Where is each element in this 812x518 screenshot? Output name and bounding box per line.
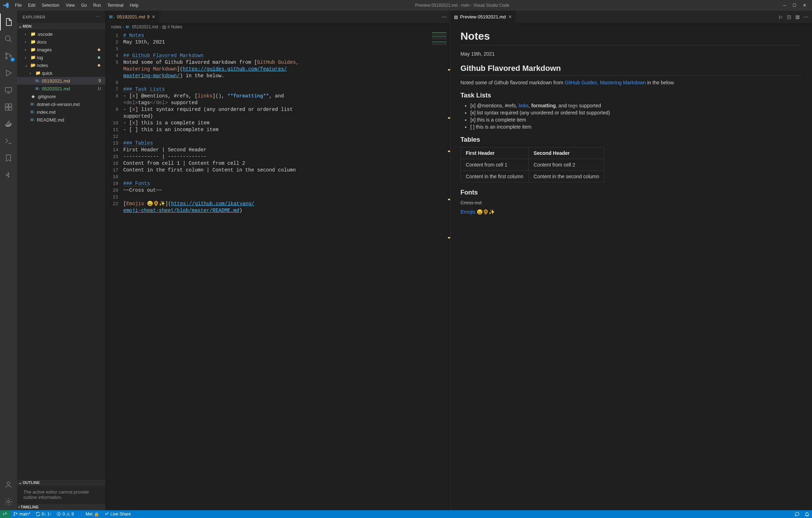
outline-title: OUTLINE [23,480,40,485]
file-icon: M↓ [30,117,36,122]
folder-log[interactable]: ›📁log [17,54,105,61]
terminal-panel-icon[interactable] [0,133,17,150]
svg-rect-6 [5,107,8,110]
menu-help[interactable]: Help [127,1,142,9]
problems-status[interactable]: ⓧ0 ⚠9 [54,510,76,518]
preview-h3-tasks: Task Lists [460,92,802,99]
bookmark-icon[interactable] [0,150,17,167]
markdown-preview[interactable]: Notes May 19th, 2021 Github Flavored Mar… [450,23,812,510]
folder-notes[interactable]: ⌄📂notes [17,61,105,69]
timeline-header[interactable]: › TIMELINE [17,503,105,510]
tab-bar-preview: ▤ Preview 05192021.md ✕ ▷ ◫ ▥ ⋯ [450,11,812,23]
svg-point-12 [14,515,15,516]
docker-icon[interactable] [0,116,17,133]
breadcrumb-segment[interactable]: # Notes [167,24,182,29]
more-actions-icon[interactable]: ⋯ [442,14,447,19]
folder-icon: 📁 [30,39,36,44]
tree-item-label: log [37,55,98,60]
folder-icon: 📁 [30,47,36,52]
source-control-icon[interactable]: 3 [0,47,17,64]
file-index-md[interactable]: M↓index.md [17,108,105,116]
git-branch[interactable]: main* [11,510,33,518]
git-status-dot [98,49,100,51]
chevron-right-icon: › [30,71,35,75]
user-status[interactable]: 👤Mei 🔒 [76,510,102,518]
code-content[interactable]: # NotesMay 19th, 2021 ## Github Flavored… [123,31,450,510]
file-05192021-md[interactable]: M↓05192021.md9 [17,77,105,85]
search-icon[interactable] [0,30,17,47]
share-icon[interactable] [0,167,17,184]
menu-run[interactable]: Run [90,1,104,9]
notifications-icon[interactable] [802,510,812,518]
folder-root-header[interactable]: ⌄ MDN [17,23,105,29]
tab-modified-badge: 9 [147,15,150,19]
run-debug-icon[interactable] [0,64,17,81]
svg-point-1 [6,53,7,55]
menu-go[interactable]: Go [78,1,90,9]
menu-selection[interactable]: Selection [39,1,62,9]
file-icon: ◆ [30,94,36,99]
outline-header[interactable]: ⌄ OUTLINE [17,479,105,486]
gfm-link[interactable]: GitHub Guides, Mastering Markdown [564,80,646,85]
breadcrumb[interactable]: notes › M↓ 05192021.md › ▤ # Notes [106,23,450,31]
chevron-right-icon: › [25,55,30,60]
preview-icon: ▤ [454,15,458,19]
breadcrumb-segment[interactable]: notes [111,24,121,29]
tab-preview[interactable]: ▤ Preview 05192021.md ✕ [450,11,516,23]
extensions-icon[interactable] [0,98,17,116]
explorer-icon[interactable] [0,13,17,30]
tab-close-icon[interactable]: ✕ [508,14,512,19]
chevron-right-icon: › [25,40,30,44]
menu-file[interactable]: File [12,1,24,9]
file-tree: ›📁.vscode›📁docs›📁images›📁log⌄📂notes›📁qui… [17,29,105,479]
code-editor[interactable]: 12345678910111213141516171819202122 # No… [106,31,450,510]
file--gitignore[interactable]: ◆.gitignore [17,92,105,100]
minimap[interactable] [431,31,450,510]
maximize-icon[interactable]: ☐ [793,3,796,8]
timeline-title: TIMELINE [21,505,39,509]
more-icon[interactable]: ⋯ [96,15,100,19]
svg-point-11 [14,512,15,513]
remote-indicator[interactable] [0,510,11,518]
feedback-icon[interactable] [792,510,802,518]
preview-date: May 19th, 2021 [460,51,802,57]
file-dotnet-cli-version-md[interactable]: M↓dotnet-cli-version.md [17,100,105,108]
sync-status[interactable]: 0↓ 1↑ [33,510,55,518]
menu-view[interactable]: View [63,1,78,9]
folder-images[interactable]: ›📁images [17,46,105,54]
file-icon: M↓ [30,102,36,107]
file-05202021-md[interactable]: M↓05202021.mdU [17,85,105,92]
preview-h3-fonts: Fonts [460,189,802,196]
tab-close-icon[interactable]: ✕ [152,14,155,19]
preview-link[interactable]: links [519,103,529,108]
split-icon[interactable]: ◫ [787,14,791,19]
file-README-md[interactable]: M↓README.md [17,116,105,124]
remote-explorer-icon[interactable] [0,81,17,98]
lock-icon: 🔒 [94,512,99,517]
breadcrumb-segment[interactable]: 05192021.md [132,24,158,29]
file-icon: M↓ [35,86,41,91]
menu-edit[interactable]: Edit [25,1,38,9]
close-icon[interactable]: ✕ [803,3,806,8]
emoji-link[interactable]: Emojis 😄🌻✨ [460,209,495,215]
run-icon[interactable]: ▷ [779,14,783,19]
layout-icon[interactable]: ▥ [795,14,800,19]
preview-h1: Notes [460,30,802,45]
chevron-right-icon: › [159,24,161,29]
folder-docs[interactable]: ›📁docs [17,38,105,46]
settings-gear-icon[interactable] [0,493,17,510]
tree-item-label: images [37,47,98,52]
folder-quick[interactable]: ›📁quick [17,69,105,77]
activity-bar: 3 [0,11,17,510]
accounts-icon[interactable] [0,476,17,493]
liveshare-status[interactable]: Live Share [102,510,133,518]
minimize-icon[interactable]: ─ [783,3,786,8]
tab-source-file[interactable]: M↓ 05192021.md 9 ✕ [106,11,159,23]
symbol-icon: ▤ [162,24,166,29]
folder-icon: 📂 [30,63,36,68]
more-actions-icon[interactable]: ⋯ [804,14,808,19]
folder--vscode[interactable]: ›📁.vscode [17,30,105,38]
file-icon: M↓ [35,78,41,83]
menu-terminal[interactable]: Terminal [104,1,126,9]
table-row: Content in the first columnContent in th… [461,171,604,182]
